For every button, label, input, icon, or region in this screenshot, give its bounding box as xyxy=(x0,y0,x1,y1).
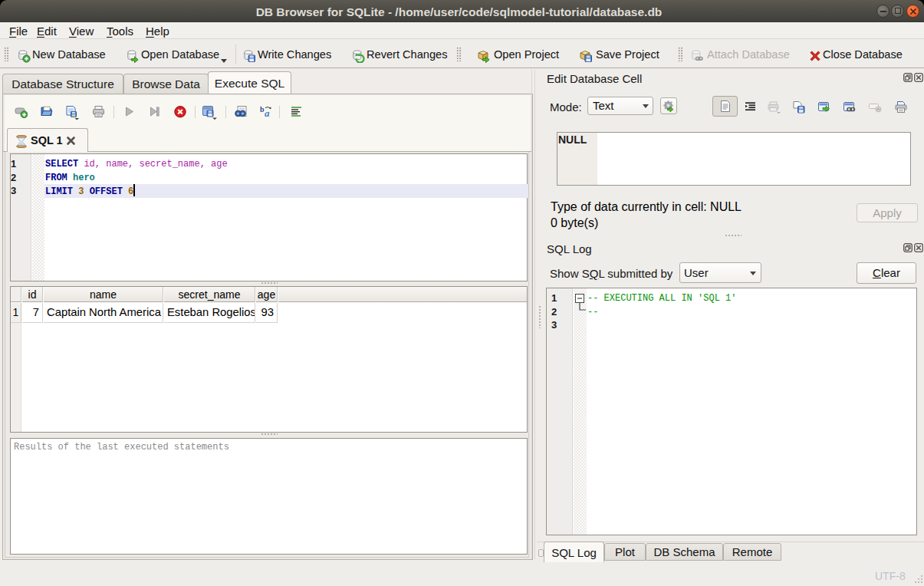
svg-text:a: a xyxy=(265,107,270,118)
